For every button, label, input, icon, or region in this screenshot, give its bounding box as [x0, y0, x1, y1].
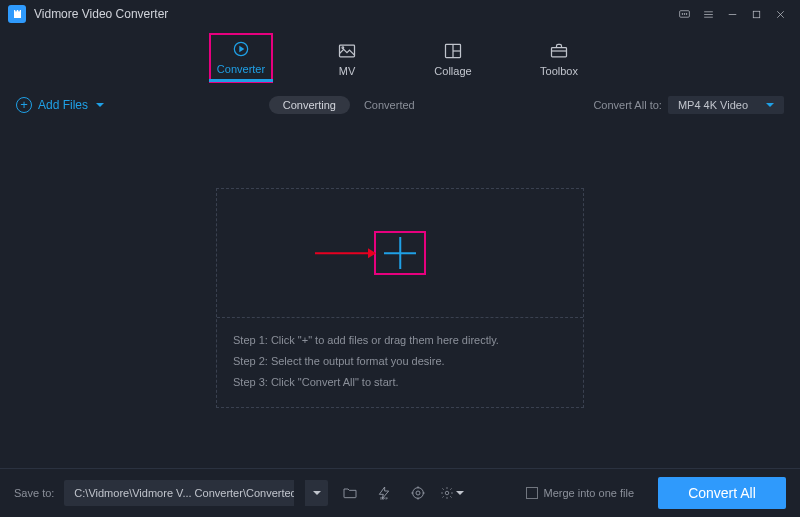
segment-converted[interactable]: Converted	[350, 96, 429, 114]
step-3: Step 3: Click "Convert All" to start.	[233, 372, 567, 393]
title-bar: Vidmore Video Converter	[0, 0, 800, 28]
open-folder-button[interactable]	[338, 481, 362, 505]
tab-mv[interactable]: MV	[315, 41, 379, 83]
bottom-bar: Save to: C:\Vidmore\Vidmore V... Convert…	[0, 469, 800, 517]
svg-rect-8	[753, 11, 760, 18]
svg-point-14	[342, 47, 344, 49]
add-files-big-button[interactable]	[374, 231, 426, 275]
segment-converting[interactable]: Converting	[269, 96, 350, 114]
feedback-icon[interactable]	[672, 2, 696, 26]
sub-bar: Add Files Converting Converted Convert A…	[0, 88, 800, 122]
high-speed-button[interactable]	[406, 481, 430, 505]
minimize-button[interactable]	[720, 2, 744, 26]
tab-mv-label: MV	[339, 65, 356, 77]
svg-point-3	[686, 13, 687, 14]
step-2: Step 2: Select the output format you des…	[233, 351, 567, 372]
chevron-down-icon	[456, 491, 464, 495]
svg-point-1	[681, 13, 682, 14]
tab-collage-label: Collage	[434, 65, 471, 77]
svg-point-22	[413, 488, 424, 499]
step-1: Step 1: Click "+" to add files or drag t…	[233, 330, 567, 351]
plus-circle-icon	[16, 97, 32, 113]
merge-into-one-checkbox[interactable]: Merge into one file	[526, 487, 635, 499]
main-tabbar: Converter MV Collage Toolbox	[0, 28, 800, 84]
collage-icon	[442, 41, 464, 61]
settings-button[interactable]	[440, 481, 464, 505]
convert-all-button[interactable]: Convert All	[658, 477, 786, 509]
mv-icon	[336, 41, 358, 61]
chevron-down-icon	[766, 103, 774, 107]
tab-toolbox[interactable]: Toolbox	[527, 41, 591, 83]
plus-icon	[384, 237, 416, 269]
checkbox-icon	[526, 487, 538, 499]
toolbox-icon	[548, 41, 570, 61]
svg-point-28	[446, 491, 450, 495]
hardware-accel-button[interactable]: OFF	[372, 481, 396, 505]
add-files-button[interactable]: Add Files	[16, 97, 104, 113]
converter-icon	[230, 39, 252, 59]
drop-zone[interactable]: Step 1: Click "+" to add files or drag t…	[216, 188, 584, 408]
merge-label: Merge into one file	[544, 487, 635, 499]
menu-icon[interactable]	[696, 2, 720, 26]
add-files-label: Add Files	[38, 98, 88, 112]
tab-converter-label: Converter	[217, 63, 265, 75]
chevron-down-icon	[313, 491, 321, 495]
chevron-down-icon	[96, 103, 104, 107]
output-format-value: MP4 4K Video	[678, 99, 748, 111]
save-path-dropdown[interactable]	[304, 480, 328, 506]
save-to-label: Save to:	[14, 487, 54, 499]
app-logo-icon	[8, 5, 26, 23]
tab-toolbox-label: Toolbox	[540, 65, 578, 77]
app-title: Vidmore Video Converter	[34, 7, 168, 21]
svg-text:OFF: OFF	[380, 496, 389, 501]
convert-all-to-label: Convert All to:	[593, 99, 661, 111]
svg-point-2	[684, 13, 685, 14]
annotation-arrow-icon	[315, 252, 375, 254]
save-path-field[interactable]: C:\Vidmore\Vidmore V... Converter\Conver…	[64, 480, 294, 506]
main-area: Step 1: Click "+" to add files or drag t…	[0, 122, 800, 474]
instructions: Step 1: Click "+" to add files or drag t…	[217, 318, 583, 407]
maximize-button[interactable]	[744, 2, 768, 26]
svg-rect-18	[552, 48, 567, 57]
close-button[interactable]	[768, 2, 792, 26]
output-format-dropdown[interactable]: MP4 4K Video	[668, 96, 784, 114]
tab-collage[interactable]: Collage	[421, 41, 485, 83]
tab-converter[interactable]: Converter	[209, 33, 273, 83]
svg-point-23	[416, 491, 420, 495]
svg-marker-12	[239, 46, 244, 53]
